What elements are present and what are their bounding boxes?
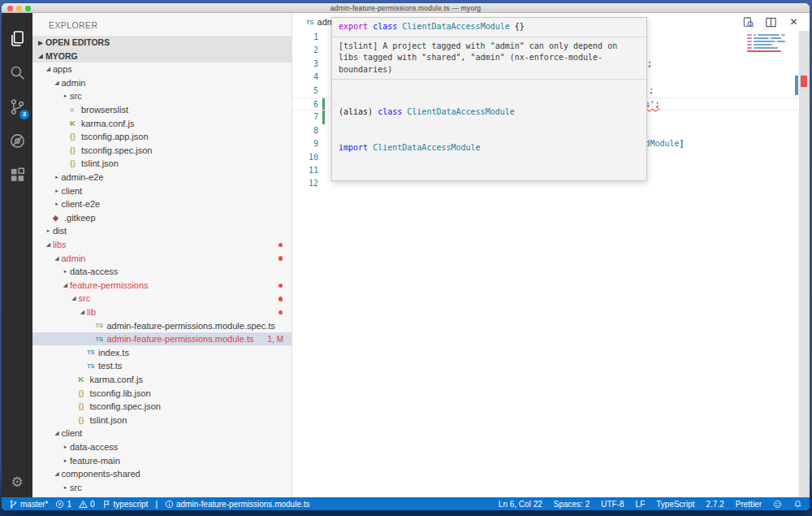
tree-item-label: admin: [62, 78, 86, 88]
tree-folder-components-shared[interactable]: ◢components-shared: [32, 467, 292, 481]
tree-folder-feature-permissions[interactable]: ◢feature-permissions: [32, 279, 292, 293]
tooltip-type-signature: export class ClientDataAccessModule {}: [332, 18, 646, 37]
typescript-file-icon: TS: [306, 19, 314, 26]
status-indentation[interactable]: Spaces: 2: [554, 500, 590, 509]
twistie-collapsed-icon[interactable]: ▸: [44, 228, 53, 234]
twistie-collapsed-icon[interactable]: ▸: [61, 93, 70, 99]
ruler-error-marker: [801, 76, 807, 87]
status-notifications-bell[interactable]: [793, 500, 802, 509]
twistie-expanded-icon[interactable]: ◢: [53, 255, 62, 262]
json-file-icon: {}: [70, 132, 81, 141]
activitybar-extensions-icon[interactable]: [2, 158, 32, 192]
twistie-expanded-icon[interactable]: ◢: [44, 66, 53, 72]
twistie-collapsed-icon[interactable]: ▸: [61, 484, 70, 491]
tree-file-admin-feature-permissions.module.spec.ts[interactable]: TSadmin-feature-permissions.module.spec.…: [32, 319, 292, 332]
tree-file-tsconfig.spec.json[interactable]: {}tsconfig.spec.json: [32, 144, 292, 158]
status-tslint-status[interactable]: typescript: [102, 500, 149, 509]
split-editor-icon[interactable]: [765, 16, 777, 28]
status-cursor-position[interactable]: Ln 6, Col 22: [499, 500, 542, 509]
tree-file-browserslist[interactable]: ≡browserslist: [32, 103, 292, 117]
tree-file-index.ts[interactable]: TSindex.ts: [32, 345, 292, 359]
tree-folder-src[interactable]: ▸src: [32, 480, 292, 494]
twistie-expanded-icon[interactable]: ◢: [53, 80, 62, 86]
tree-file-tsconfig.spec.json[interactable]: {}tsconfig.spec.json: [32, 400, 292, 414]
status-encoding[interactable]: UTF-8: [601, 500, 624, 509]
status-ts-version[interactable]: 2.7.2: [706, 500, 724, 509]
status-feedback-smiley[interactable]: [773, 500, 782, 509]
tree-folder-admin-e2e[interactable]: ▸admin-e2e: [32, 171, 292, 184]
tree-file-test.ts[interactable]: TStest.ts: [32, 359, 292, 373]
tree-folder-apps[interactable]: ◢apps: [32, 63, 292, 76]
problems-modified-badge: 1, M: [268, 335, 283, 344]
status-git-branch-status[interactable]: master*: [9, 500, 48, 509]
activitybar-search-icon[interactable]: [2, 55, 32, 89]
status-prettier[interactable]: Prettier: [736, 500, 762, 509]
tree-file-tsconfig.app.json[interactable]: {}tsconfig.app.json: [32, 130, 292, 144]
tree-item-label: karma.conf.js: [81, 119, 134, 128]
status-problems-errors[interactable]: 1: [55, 500, 71, 509]
zoom-window-button[interactable]: [25, 6, 31, 11]
gutter-spacer: [322, 124, 325, 137]
status-problems-warnings[interactable]: 0: [79, 500, 95, 509]
tree-file-karma.conf.js[interactable]: Kkarma.conf.js: [32, 373, 292, 387]
open-editors-header[interactable]: ▸ OPEN EDITORS: [32, 36, 292, 50]
twistie-expanded-icon[interactable]: ◢: [70, 295, 79, 301]
close-window-button[interactable]: [7, 6, 13, 11]
twistie-expanded-icon[interactable]: ◢: [53, 430, 62, 436]
tree-folder-client-e2e[interactable]: ▸client-e2e: [32, 197, 292, 211]
twistie-collapsed-icon[interactable]: ▸: [61, 268, 70, 275]
tree-file-tslint.json[interactable]: {}tslint.json: [32, 413, 292, 427]
twistie-expanded-icon[interactable]: ◢: [44, 241, 53, 248]
tree-folder-dist[interactable]: ▸dist: [32, 224, 292, 238]
twistie-expanded-icon[interactable]: ◢: [53, 470, 62, 477]
tree-folder-admin[interactable]: ◢admin: [32, 251, 292, 265]
workspace-root-header[interactable]: ◢ MYORG: [32, 50, 292, 63]
activity-bar: 3 ⚙: [2, 13, 32, 497]
minimap[interactable]: [747, 34, 794, 54]
status-file-info-status[interactable]: admin-feature-permissions.module.ts: [165, 500, 310, 509]
twistie-collapsed-icon[interactable]: ▸: [53, 188, 62, 194]
tree-file-.gitkeep[interactable]: ◈.gitkeep: [32, 211, 292, 225]
status-label: Spaces: 2: [554, 500, 590, 509]
title-bar[interactable]: admin-feature-permissions.module.ts — my…: [2, 3, 810, 13]
tree-folder-feature-main[interactable]: ▸feature-main: [32, 453, 292, 467]
tree-folder-data-access[interactable]: ▸data-access: [32, 440, 292, 454]
tree-file-karma.conf.js[interactable]: Kkarma.conf.js: [32, 116, 292, 130]
twistie-collapsed-icon[interactable]: ▸: [53, 201, 62, 207]
overview-ruler[interactable]: [799, 31, 810, 497]
twistie-expanded-icon[interactable]: ◢: [61, 282, 70, 288]
settings-gear-icon[interactable]: ⚙: [2, 474, 32, 491]
line-number: 5: [292, 85, 318, 98]
tree-item-label: src: [70, 91, 82, 101]
activitybar-explorer-icon[interactable]: [2, 21, 32, 55]
status-eol[interactable]: LF: [636, 500, 646, 509]
status-label: |: [155, 500, 158, 509]
error-dot-decoration: [279, 310, 283, 315]
open-preview-icon[interactable]: [742, 16, 754, 28]
tree-folder-libs[interactable]: ◢libs: [32, 238, 292, 252]
twistie-collapsed-icon[interactable]: ▸: [61, 457, 70, 464]
tree-file-tslint.json[interactable]: {}tslint.json: [32, 157, 292, 171]
tree-folder-lib[interactable]: ◢lib: [32, 306, 292, 319]
tree-folder-src[interactable]: ▸src: [32, 89, 292, 103]
tree-folder-admin[interactable]: ◢admin: [32, 76, 292, 90]
tree-folder-src[interactable]: ◢src: [32, 292, 292, 306]
tree-folder-client[interactable]: ▸client: [32, 184, 292, 197]
tree-folder-data-access[interactable]: ▸data-access: [32, 265, 292, 279]
line-number: 8: [292, 124, 318, 137]
line-number: 9: [292, 137, 318, 150]
tree-item-label: tslint.json: [90, 415, 127, 425]
close-editor-icon[interactable]: ✕: [788, 16, 800, 28]
minimize-window-button[interactable]: [16, 6, 22, 11]
twistie-expanded-icon[interactable]: ◢: [78, 309, 87, 315]
tree-file-admin-feature-permissions.module.ts[interactable]: TSadmin-feature-permissions.module.ts1, …: [32, 332, 292, 346]
activitybar-source-control-icon[interactable]: 3: [2, 89, 32, 124]
tree-file-tsconfig.lib.json[interactable]: {}tsconfig.lib.json: [32, 386, 292, 400]
tree-item-label: karma.conf.js: [90, 375, 143, 384]
status-language-mode[interactable]: TypeScript: [656, 500, 694, 509]
twistie-collapsed-icon[interactable]: ▸: [61, 444, 70, 450]
tree-folder-client[interactable]: ◢client: [32, 427, 292, 440]
twistie-collapsed-icon[interactable]: ▸: [53, 174, 62, 180]
tree-item-label: src: [70, 483, 82, 492]
activitybar-debug-icon[interactable]: [2, 124, 32, 158]
